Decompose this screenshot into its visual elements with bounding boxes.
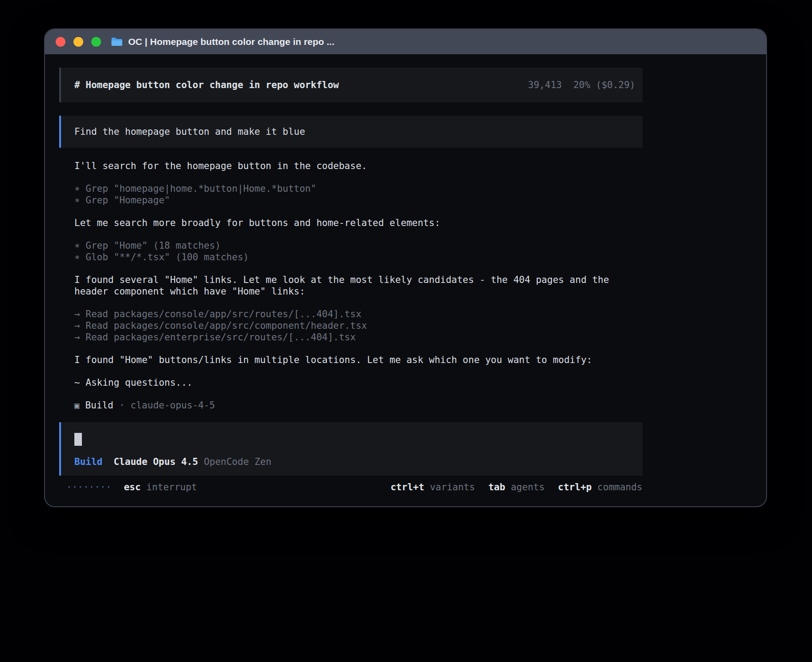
- assistant-status-text: ~ Asking questions...: [74, 377, 642, 388]
- tool-call-glob: ∗ Glob "**/*.tsx" (100 matches): [74, 251, 642, 263]
- ctrl-p-key: ctrl+p: [558, 482, 592, 492]
- session-stats: 39,413 20% ($0.29): [528, 79, 635, 91]
- assistant-text: Let me search more broadly for buttons a…: [74, 217, 642, 229]
- assistant-transcript: I'll search for the homepage button in t…: [59, 160, 642, 411]
- tab-key: tab: [488, 482, 505, 492]
- user-message: Find the homepage button and make it blu…: [59, 116, 642, 148]
- close-button[interactable]: [56, 37, 65, 47]
- commands-label: commands: [597, 482, 642, 492]
- status-bar: ········ esc interrupt ctrl+t variants t…: [59, 481, 642, 493]
- commands-hint: ctrl+p commands: [558, 481, 642, 493]
- context-cost: 20% ($0.29): [573, 79, 635, 91]
- window-title: OC | Homepage button color change in rep…: [128, 36, 334, 47]
- tool-call-read: → Read packages/enterprise/src/routes/[.…: [74, 331, 642, 343]
- esc-key: esc: [124, 482, 141, 492]
- tool-call-grep: ∗ Grep "homepage|home.*button|Home.*butt…: [74, 183, 642, 194]
- tool-call-grep: ∗ Grep "Home" (18 matches): [74, 240, 642, 251]
- input-provider: OpenCode Zen: [204, 456, 272, 468]
- input-model-name[interactable]: Claude Opus 4.5: [114, 456, 198, 468]
- variants-hint: ctrl+t variants: [390, 481, 475, 493]
- zoom-button[interactable]: [91, 37, 101, 47]
- traffic-lights: [56, 37, 101, 47]
- input-agent-badge[interactable]: Build: [74, 456, 102, 468]
- agent-model-id: claude-opus-4-5: [130, 400, 215, 411]
- text-cursor: [74, 433, 82, 446]
- tool-call-grep: ∗ Grep "Homepage": [74, 194, 642, 206]
- status-left: ········ esc interrupt: [66, 481, 197, 493]
- input-footer: Build Claude Opus 4.5 OpenCode Zen: [74, 456, 629, 468]
- session-header: # Homepage button color change in repo w…: [59, 68, 642, 102]
- window-titlebar[interactable]: OC | Homepage button color change in rep…: [45, 29, 766, 54]
- tool-call-group: ∗ Grep "Home" (18 matches) ∗ Glob "**/*.…: [74, 240, 642, 263]
- tool-call-group: → Read packages/console/app/src/routes/[…: [74, 308, 642, 343]
- variants-label: variants: [430, 482, 475, 492]
- assistant-text: I'll search for the homepage button in t…: [74, 160, 642, 172]
- agents-hint: tab agents: [488, 481, 544, 493]
- spinner-dots: ········: [66, 481, 111, 493]
- tool-call-read: → Read packages/console/app/src/routes/[…: [74, 308, 642, 320]
- user-message-text: Find the homepage button and make it blu…: [74, 126, 305, 137]
- build-square-icon: ▣: [74, 400, 79, 411]
- status-right: ctrl+t variants tab agents ctrl+p comman…: [390, 481, 642, 493]
- folder-icon: [111, 37, 123, 47]
- token-count: 39,413: [528, 79, 562, 91]
- prompt-input[interactable]: Build Claude Opus 4.5 OpenCode Zen: [59, 422, 642, 476]
- minimize-button[interactable]: [73, 37, 83, 47]
- agent-separator: ·: [119, 400, 125, 411]
- ctrl-t-key: ctrl+t: [390, 482, 424, 492]
- interrupt-label: interrupt: [146, 482, 197, 492]
- interrupt-hint: esc interrupt: [124, 481, 197, 493]
- assistant-text: I found several "Home" links. Let me loo…: [74, 274, 626, 297]
- agent-name: Build: [85, 400, 113, 411]
- agents-label: agents: [511, 482, 544, 492]
- terminal-content: # Homepage button color change in repo w…: [59, 68, 642, 493]
- tool-call-read: → Read packages/console/app/src/componen…: [74, 320, 642, 331]
- agent-status-line: ▣ Build · claude-opus-4-5: [74, 400, 642, 411]
- tool-call-group: ∗ Grep "homepage|home.*button|Home.*butt…: [74, 183, 642, 206]
- terminal-window: OC | Homepage button color change in rep…: [44, 28, 767, 507]
- session-title: # Homepage button color change in repo w…: [74, 79, 339, 91]
- assistant-text: I found "Home" buttons/links in multiple…: [74, 354, 642, 366]
